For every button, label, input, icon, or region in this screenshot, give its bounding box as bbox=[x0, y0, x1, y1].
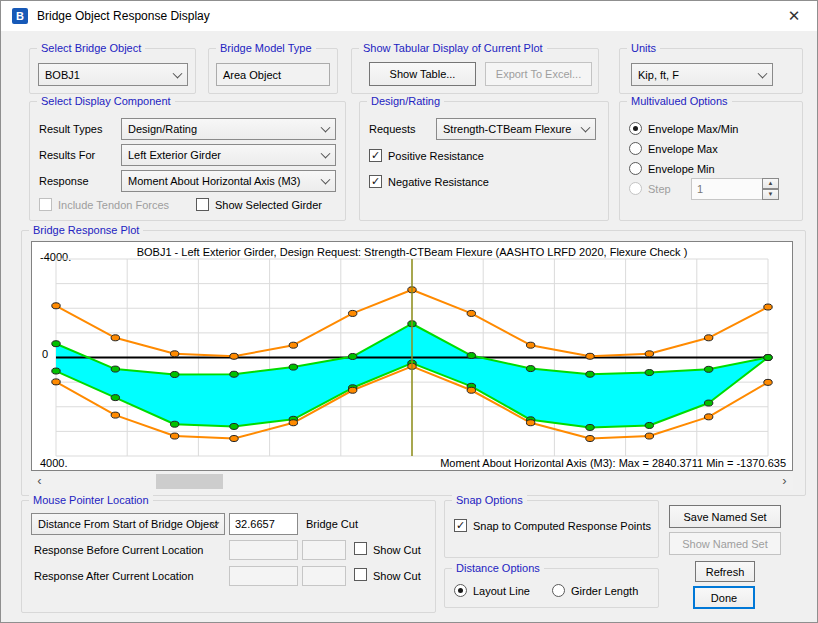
page-title: Bridge Object Response Display bbox=[37, 9, 210, 23]
chevron-down-icon bbox=[758, 68, 768, 78]
requests-label: Requests bbox=[369, 123, 415, 135]
pointer-mode-select[interactable]: Distance From Start of Bridge Object bbox=[31, 513, 225, 535]
group-label: Select Display Component bbox=[37, 95, 175, 107]
app-icon: B bbox=[12, 8, 28, 24]
chevron-down-icon bbox=[321, 175, 331, 185]
save-named-set-button[interactable]: Save Named Set bbox=[669, 505, 781, 528]
bridge-cut-label: Bridge Cut bbox=[306, 518, 358, 530]
y-axis-zero-label: 0 bbox=[42, 348, 48, 360]
step-value-field: 1 bbox=[691, 178, 763, 200]
done-button[interactable]: Done bbox=[693, 586, 755, 609]
layout-line-radio[interactable] bbox=[454, 584, 467, 597]
bridge-object-select[interactable]: BOBJ1 bbox=[38, 63, 188, 86]
envelope-maxmin-radio[interactable] bbox=[629, 122, 642, 135]
show-named-set-button: Show Named Set bbox=[669, 532, 781, 555]
group-multivalued-options: Multivalued Options bbox=[619, 101, 803, 221]
group-label: Bridge Model Type bbox=[216, 42, 316, 54]
results-for-label: Results For bbox=[39, 149, 95, 161]
results-for-select[interactable]: Left Exterior Girder bbox=[121, 144, 336, 166]
response-after-field-2 bbox=[302, 566, 346, 586]
negative-resistance-label: Negative Resistance bbox=[388, 176, 489, 188]
chevron-down-icon bbox=[321, 123, 331, 133]
response-before-field-2 bbox=[302, 540, 346, 560]
scrollbar-thumb[interactable] bbox=[156, 474, 223, 489]
envelope-max-radio[interactable] bbox=[629, 142, 642, 155]
response-after-field-1 bbox=[229, 566, 298, 586]
step-up-icon[interactable]: ▲ bbox=[762, 178, 779, 189]
requests-select[interactable]: Strength-CTBeam Flexure bbox=[436, 118, 596, 140]
title-bar[interactable]: B Bridge Object Response Display ✕ bbox=[1, 1, 817, 31]
group-label: Snap Options bbox=[452, 494, 527, 506]
layout-line-label: Layout Line bbox=[473, 585, 530, 597]
show-selected-girder-label: Show Selected Girder bbox=[215, 199, 322, 211]
step-down-icon[interactable]: ▼ bbox=[762, 189, 779, 200]
scroll-right-icon[interactable]: › bbox=[776, 473, 793, 490]
group-label: Show Tabular Display of Current Plot bbox=[359, 42, 547, 54]
response-select[interactable]: Moment About Horizontal Axis (M3) bbox=[121, 170, 336, 192]
group-label: Mouse Pointer Location bbox=[29, 494, 153, 506]
bridge-response-dialog: B Bridge Object Response Display ✕ Selec… bbox=[0, 0, 818, 623]
show-cut-before-label: Show Cut bbox=[373, 544, 421, 556]
show-cut-before-checkbox[interactable] bbox=[354, 542, 367, 555]
bridge-model-type-value: Area Object bbox=[216, 63, 330, 86]
response-before-label: Response Before Current Location bbox=[34, 544, 203, 556]
include-tendon-checkbox bbox=[39, 198, 52, 211]
envelope-maxmin-label: Envelope Max/Min bbox=[648, 123, 739, 135]
scroll-left-icon[interactable]: ‹ bbox=[31, 473, 48, 490]
show-selected-girder-checkbox[interactable] bbox=[196, 198, 209, 211]
close-icon[interactable]: ✕ bbox=[771, 1, 817, 31]
include-tendon-label: Include Tendon Forces bbox=[58, 199, 169, 211]
envelope-min-radio[interactable] bbox=[629, 162, 642, 175]
chevron-down-icon bbox=[173, 68, 183, 78]
plot-area: BOBJ1 - Left Exterior Girder, Design Req… bbox=[31, 241, 793, 471]
group-label: Design/Rating bbox=[367, 95, 444, 107]
plot-status-text: Moment About Horizontal Axis (M3): Max =… bbox=[440, 457, 786, 469]
group-label: Distance Options bbox=[452, 562, 544, 574]
group-label: Units bbox=[627, 42, 660, 54]
plot-scrollbar[interactable]: ‹ › bbox=[31, 473, 793, 490]
envelope-max-label: Envelope Max bbox=[648, 143, 718, 155]
group-label: Multivalued Options bbox=[627, 95, 732, 107]
export-to-excel-button: Export To Excel... bbox=[485, 62, 592, 86]
refresh-button[interactable]: Refresh bbox=[695, 561, 755, 582]
show-cut-after-checkbox[interactable] bbox=[354, 568, 367, 581]
negative-resistance-checkbox[interactable]: ✓ bbox=[369, 175, 382, 188]
result-types-select[interactable]: Design/Rating bbox=[121, 118, 336, 140]
show-table-button[interactable]: Show Table... bbox=[369, 62, 476, 86]
y-axis-bottom-label: 4000. bbox=[40, 457, 68, 469]
units-select[interactable]: Kip, ft, F bbox=[631, 63, 773, 86]
positive-resistance-checkbox[interactable]: ✓ bbox=[369, 149, 382, 162]
group-label: Select Bridge Object bbox=[37, 42, 145, 54]
step-label: Step bbox=[648, 183, 671, 195]
response-label: Response bbox=[39, 175, 89, 187]
result-types-label: Result Types bbox=[39, 123, 102, 135]
show-cut-after-label: Show Cut bbox=[373, 570, 421, 582]
response-before-field-1 bbox=[229, 540, 298, 560]
step-radio bbox=[629, 182, 642, 195]
group-label: Bridge Response Plot bbox=[29, 224, 143, 236]
snap-points-label: Snap to Computed Response Points bbox=[473, 520, 651, 532]
chevron-down-icon bbox=[581, 123, 591, 133]
girder-length-label: Girder Length bbox=[571, 585, 638, 597]
envelope-min-label: Envelope Min bbox=[648, 163, 715, 175]
snap-points-checkbox[interactable]: ✓ bbox=[454, 519, 467, 532]
plot-title: BOBJ1 - Left Exterior Girder, Design Req… bbox=[32, 246, 792, 258]
response-chart[interactable] bbox=[56, 259, 768, 456]
girder-length-radio[interactable] bbox=[552, 584, 565, 597]
chevron-down-icon bbox=[321, 149, 331, 159]
positive-resistance-label: Positive Resistance bbox=[388, 150, 484, 162]
bridge-cut-input[interactable] bbox=[229, 513, 298, 535]
response-after-label: Response After Current Location bbox=[34, 570, 194, 582]
